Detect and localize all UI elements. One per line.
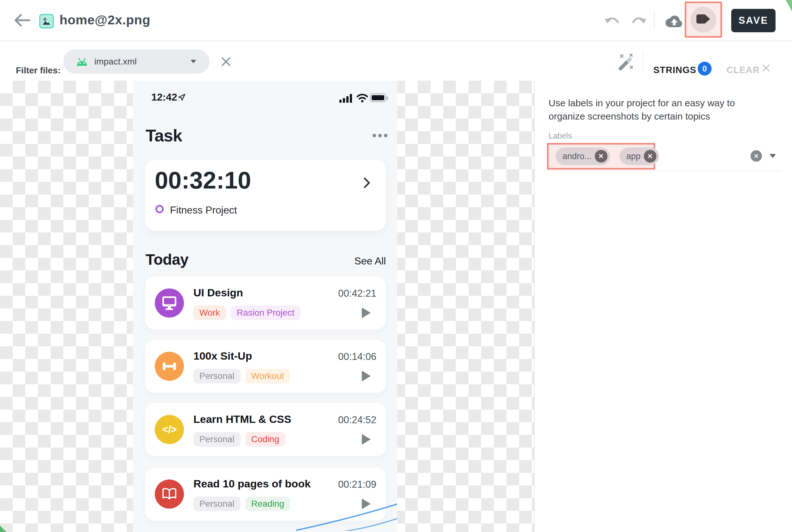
tag: Reading [245,497,290,511]
tag: Work [194,306,226,320]
wifi-icon [356,93,368,104]
task-tags: Personal Coding [194,432,285,446]
play-icon [362,434,371,445]
label-chip-text: app [626,152,641,161]
dumbbell-icon [155,352,184,381]
back-button[interactable] [13,13,31,27]
task-card: UI Design 00:42:21 Work Rasion Project [145,277,386,329]
task-title: Learn HTML & CSS [194,413,291,425]
task-time: 00:24:52 [338,414,376,426]
label-tool-circle [690,7,716,33]
label-chip[interactable]: andro... ✕ [555,147,610,165]
auto-detect-button[interactable] [616,53,634,71]
strings-count-badge: 0 [698,62,712,76]
filter-clear-button[interactable] [221,57,231,67]
file-filter-dropdown[interactable]: impact.xml [63,49,209,74]
labels-description: Use labels in your project for an easy w… [549,96,770,123]
chevron-right-icon [363,176,371,190]
task-title: UI Design [194,287,243,299]
dropdown-caret-icon [190,60,196,63]
task-time: 00:14:06 [338,351,376,362]
task-time: 00:21:09 [338,479,376,490]
toolbar-divider [654,10,655,30]
task-tags: Personal Workout [194,369,290,383]
label-chip[interactable]: app ✕ [620,147,659,165]
tag: Coding [245,432,286,446]
task-card: </> Learn HTML & CSS 00:24:52 Personal C… [145,403,386,456]
android-icon [76,57,88,67]
cloud-upload-icon [665,23,683,29]
task-tags: Personal Reading [194,497,290,511]
label-chip-text: andro... [563,152,592,161]
timer-project-name: Fitness Project [170,204,237,216]
task-title: 100x Sit-Up [194,350,252,362]
labels-caption: Labels [549,131,572,140]
labels-field-underline [547,170,781,171]
task-card: 100x Sit-Up 00:14:06 Personal Workout [145,340,386,393]
decorative-wave-lines [296,501,397,532]
code-icon: </> [155,415,184,444]
close-x-icon [221,62,231,68]
project-ring-icon [155,205,164,213]
battery-icon [370,93,386,102]
label-tool-button[interactable] [685,2,722,38]
monitor-icon [155,288,184,318]
today-heading: Today [146,251,188,268]
filter-files-label: Filter files: [16,65,61,76]
tag: Personal [194,369,241,383]
book-icon [155,479,184,509]
tag: Workout [245,369,290,383]
filter-bar-divider [643,52,643,72]
remove-chip-icon[interactable]: ✕ [644,150,657,163]
selected-file-name: impact.xml [94,57,137,67]
tag: Rasion Project [231,306,300,320]
clear-x-icon[interactable] [761,63,771,73]
remove-chip-icon[interactable]: ✕ [595,150,607,163]
undo-icon [604,23,621,29]
clear-labels-icon[interactable]: ✕ [751,150,762,162]
ellipsis-icon [372,134,387,137]
tag: Personal [194,497,241,511]
signal-bars-icon [339,94,354,103]
label-tag-icon [696,14,711,26]
save-button[interactable]: SAVE [731,9,776,32]
strings-tab[interactable]: STRINGS [653,65,696,75]
task-title: Read 10 pages of book [194,478,311,490]
document-title: home@2x.png [59,13,150,27]
top-toolbar: home@2x.png SAVE [0,0,792,41]
labels-dropdown-caret-icon[interactable] [770,154,776,158]
phone-screen-title: Task [146,126,182,145]
see-all-link: See All [354,255,386,267]
tag: Personal [194,432,241,446]
task-tags: Work Rasion Project [194,306,300,320]
upload-button[interactable] [665,13,683,28]
image-file-icon [39,14,54,28]
back-arrow-icon [13,23,31,28]
timer-value: 00:32:10 [155,166,251,194]
location-arrow-icon [178,93,186,102]
screenshot-preview[interactable]: 12:42 Task 00:32:10 Fitness Project Toda… [133,81,397,532]
timer-card: 00:32:10 Fitness Project [145,160,386,231]
labels-side-panel: Use labels in your project for an easy w… [534,81,792,532]
selection-corner [786,0,792,12]
magic-wand-icon [616,67,634,72]
clear-button[interactable]: CLEAR [726,65,760,75]
selection-corner [0,526,6,532]
play-icon [362,307,371,318]
redo-button[interactable] [630,16,647,28]
play-icon [362,371,371,381]
status-bar-time: 12:42 [151,91,177,103]
task-time: 00:42:21 [338,288,376,299]
undo-button[interactable] [604,16,621,28]
redo-icon [630,23,647,29]
labels-input-highlight[interactable]: andro... ✕ app ✕ [547,143,655,170]
filter-bar: Filter files: impact.xml [0,41,792,81]
